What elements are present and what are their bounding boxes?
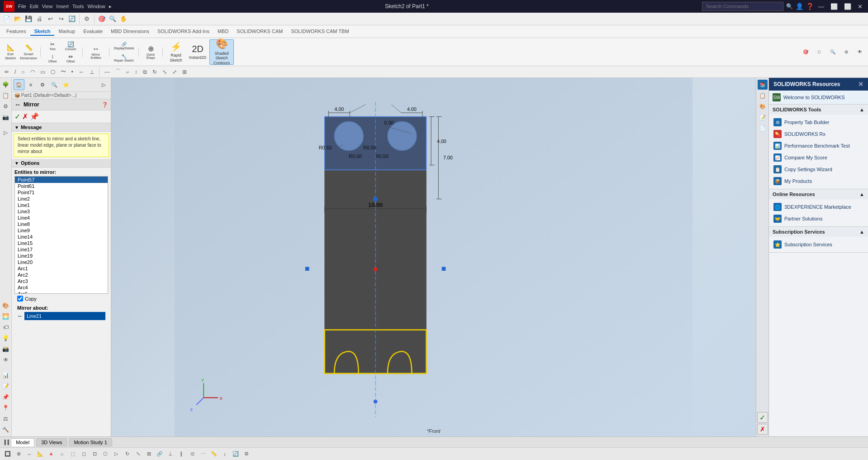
panel-search-button[interactable]: 🔍: [49, 79, 60, 90]
open-button[interactable]: 📂: [13, 14, 23, 24]
tab-mbd[interactable]: MBD: [214, 28, 232, 36]
rebuild-button[interactable]: 🔄: [67, 14, 77, 24]
ft-btn-9[interactable]: ⊡: [90, 449, 100, 459]
entity-item[interactable]: Arc4: [15, 284, 108, 291]
entity-item[interactable]: Line14: [15, 234, 108, 240]
spline-button[interactable]: 〜: [59, 67, 68, 77]
rectangle-button[interactable]: ▭: [38, 67, 47, 77]
new-button[interactable]: 📄: [2, 14, 12, 24]
smart-dim-small-button[interactable]: ↔: [77, 67, 86, 77]
menu-insert[interactable]: Insert: [56, 4, 69, 9]
entity-item[interactable]: Line20: [15, 259, 108, 265]
right-panel-close[interactable]: ✕: [858, 81, 863, 88]
menu-file[interactable]: File: [18, 4, 26, 9]
3d-view-button[interactable]: 🎯: [97, 14, 107, 24]
construction-button[interactable]: ---: [103, 67, 112, 77]
appearance-button[interactable]: 🎨: [1, 301, 11, 311]
stretch-button[interactable]: ⤢: [171, 67, 179, 77]
entity-item[interactable]: Line2: [15, 196, 108, 202]
point-button[interactable]: •: [70, 67, 75, 77]
3d-views-tab[interactable]: 3D Views: [36, 438, 67, 446]
close-button[interactable]: ✕: [856, 3, 864, 10]
entity-item[interactable]: Arc1: [15, 265, 108, 272]
entity-item[interactable]: Arc2: [15, 272, 108, 278]
menu-tools[interactable]: Tools: [72, 4, 84, 9]
search-input[interactable]: [702, 2, 783, 11]
sketch-mode-button[interactable]: ✏: [3, 67, 11, 77]
help-icon[interactable]: ❓: [806, 3, 814, 10]
ft-btn-23[interactable]: ⚙: [242, 449, 251, 459]
entity-item[interactable]: Arc3: [15, 278, 108, 284]
save-button[interactable]: 💾: [24, 14, 33, 24]
ft-btn-11[interactable]: ▷: [111, 449, 121, 459]
entity-item[interactable]: Line3: [15, 208, 108, 215]
tab-sw-addins[interactable]: SOLIDWORKS Add-Ins: [154, 28, 213, 36]
undo-button[interactable]: ↩: [45, 14, 55, 24]
compare-score-item[interactable]: 📈 Compare My Score: [771, 152, 866, 163]
ft-btn-12[interactable]: ↻: [122, 449, 132, 459]
tasks-button[interactable]: 📋: [758, 91, 768, 101]
entity-item[interactable]: Line19: [15, 253, 108, 259]
menu-edit[interactable]: Edit: [30, 4, 38, 9]
benchmark-item[interactable]: 📊 Performance Benchmark Test: [771, 140, 866, 152]
zoom-fit-button[interactable]: 🔍: [826, 46, 839, 58]
location-button[interactable]: 📍: [1, 403, 11, 413]
document-prop-button[interactable]: 📄: [758, 123, 768, 133]
property-tab-builder-item[interactable]: ⚙ Property Tab Builder: [771, 116, 866, 128]
rapid-sketch-button[interactable]: ⚡ RapidSketch: [166, 39, 186, 65]
display-states-button[interactable]: 👁: [1, 355, 11, 365]
account-icon[interactable]: 👤: [796, 3, 803, 10]
camera-tab[interactable]: 📷: [1, 112, 11, 122]
tool3d-button[interactable]: 🔨: [1, 425, 11, 435]
online-section-header[interactable]: Online Resources ▲: [769, 189, 868, 199]
resources-panel-button[interactable]: 📚: [758, 80, 768, 90]
my-products-item[interactable]: 📦 My Products: [771, 175, 866, 187]
panel-star-button[interactable]: ⭐: [61, 79, 71, 90]
ft-btn-14[interactable]: ⊞: [144, 449, 154, 459]
zoom-button[interactable]: 🔍: [108, 14, 118, 24]
decals-button[interactable]: 🏷: [1, 322, 11, 332]
entity-item[interactable]: Line1: [15, 202, 108, 208]
menu-window[interactable]: Window: [88, 4, 105, 9]
ft-btn-4[interactable]: 📐: [35, 449, 45, 459]
entity-item[interactable]: Line15: [15, 240, 108, 246]
confirm-cancel-overlay[interactable]: ✗: [757, 424, 768, 435]
panel-config-button[interactable]: ⚙: [37, 79, 48, 90]
subscription-section-header[interactable]: Subscription Services ▲: [769, 227, 868, 237]
annotation-button[interactable]: 📌: [1, 392, 11, 402]
ft-btn-17[interactable]: ∥: [176, 449, 186, 459]
mirror-about-input[interactable]: [24, 312, 105, 320]
copy-checkbox[interactable]: [17, 296, 23, 302]
mirror-entities-button[interactable]: ↔MirrorEntities: [86, 40, 106, 64]
panel-expand-button[interactable]: ▷: [98, 79, 109, 90]
panel-list-button[interactable]: ≡: [25, 79, 36, 90]
welcome-item[interactable]: SW Welcome to SOLIDWORKS: [769, 91, 868, 105]
copy-sketch-button[interactable]: ⧉: [141, 67, 149, 77]
move-button[interactable]: ↕: [133, 67, 139, 77]
confirm-ok-overlay[interactable]: ✓: [757, 412, 768, 423]
motion-study-tab[interactable]: Motion Study 1: [69, 438, 112, 446]
sw-rx-item[interactable]: 💊 SOLIDWORKS Rx: [771, 128, 866, 140]
tab-sw-cam-tbm[interactable]: SOLIDWORKS CAM TBM: [287, 28, 352, 36]
custom-properties-button[interactable]: 📝: [758, 112, 768, 122]
menu-more[interactable]: ▸: [109, 4, 112, 10]
entity-list[interactable]: Point57Point61Point71Line2Line1Line3Line…: [14, 176, 108, 294]
copy-wizard-item[interactable]: 📋 Copy Settings Wizard: [771, 163, 866, 175]
ok-button[interactable]: ✓: [14, 112, 20, 121]
entity-item[interactable]: Arc5: [15, 291, 108, 294]
entity-item[interactable]: Line9: [15, 227, 108, 234]
ft-btn-15[interactable]: 🔗: [155, 449, 165, 459]
model-tab[interactable]: Model: [11, 438, 34, 446]
view-orientation-button[interactable]: □: [813, 46, 825, 58]
cancel-button[interactable]: ✗: [22, 112, 28, 121]
tab-sw-cam[interactable]: SOLIDWORKS CAM: [233, 28, 286, 36]
display-delete-button[interactable]: 🔗Display/Delete: [113, 40, 135, 52]
arc-button[interactable]: ◠: [28, 67, 37, 77]
simulation-button[interactable]: 📊: [1, 370, 11, 380]
config-tab[interactable]: ⚙: [1, 101, 11, 111]
entity-item[interactable]: Line4: [15, 215, 108, 221]
entity-item[interactable]: Line8: [15, 221, 108, 227]
repair-sketch-button[interactable]: 🔧Repair Sketch: [113, 52, 135, 64]
entity-item[interactable]: Line17: [15, 246, 108, 253]
manager-tab[interactable]: 🌳: [1, 80, 11, 90]
